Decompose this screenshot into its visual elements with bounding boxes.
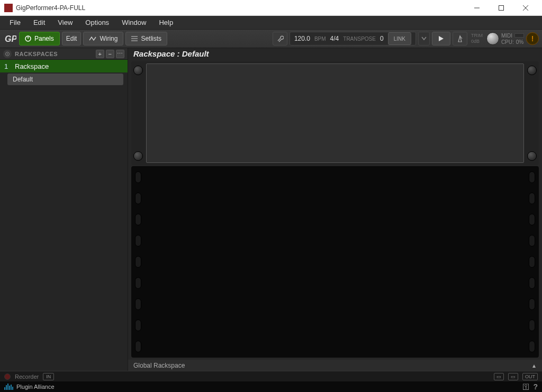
tempo-value[interactable]: 120.0 xyxy=(294,35,310,42)
play-icon xyxy=(438,35,444,42)
plus-icon: + xyxy=(98,51,102,57)
gp-logo-icon[interactable]: GP xyxy=(3,32,17,45)
midi-cpu-panel: MIDI CPU:0% xyxy=(501,33,524,45)
rack-slot-icon xyxy=(529,235,535,247)
app-logo-icon xyxy=(4,4,13,12)
sidebar-settings-button[interactable] xyxy=(3,50,12,58)
menu-edit[interactable]: Edit xyxy=(27,16,51,30)
toolbar: GP Panels Edit Wiring Setlists 120.0 BPM… xyxy=(0,30,542,48)
wiring-icon xyxy=(89,35,96,42)
rack-slot-icon xyxy=(135,298,141,310)
rack-screw-icon xyxy=(133,66,143,75)
chevron-down-icon xyxy=(421,37,427,41)
cpu-value: 0% xyxy=(516,39,523,45)
out-badge[interactable]: OUT xyxy=(522,373,538,380)
wrench-icon xyxy=(276,35,284,42)
menu-view[interactable]: View xyxy=(51,16,79,30)
sidebar: RACKSPACES + − ⋯ 1 Rackspace Default xyxy=(0,48,128,371)
recorder-bar: Recorder IN ▭ ▭ OUT xyxy=(0,371,542,381)
metronome-button[interactable] xyxy=(453,32,467,45)
midi-label: MIDI xyxy=(501,33,512,39)
global-rackspace-bar[interactable]: Global Rackspace ▴ xyxy=(128,360,542,371)
rack-panel-surface[interactable] xyxy=(146,63,524,163)
cpu-label: CPU: xyxy=(501,39,514,45)
rackspace-item[interactable]: 1 Rackspace xyxy=(0,60,128,72)
rack-slot-icon xyxy=(135,320,141,331)
io-badge-2[interactable]: ▭ xyxy=(508,373,518,380)
brand-bar: Plugin Alliance ⚿ ? xyxy=(0,381,542,392)
out-badge-label: OUT xyxy=(525,374,535,379)
rack-panel xyxy=(131,61,539,165)
io-badge-1[interactable]: ▭ xyxy=(494,373,504,380)
menu-options[interactable]: Options xyxy=(79,16,115,30)
setlists-label: Setlists xyxy=(141,35,161,42)
rack-slot-icon xyxy=(135,171,141,183)
svg-rect-1 xyxy=(499,5,504,10)
transpose-value[interactable]: 0 xyxy=(380,35,384,42)
window-maximize-button[interactable] xyxy=(489,0,513,16)
more-icon: ⋯ xyxy=(117,50,123,57)
menu-help[interactable]: Help xyxy=(152,16,179,30)
key-icon[interactable]: ⚿ xyxy=(522,382,530,391)
rackspace-name: Rackspace xyxy=(15,62,49,70)
setlists-icon xyxy=(131,35,138,42)
sidebar-header: RACKSPACES + − ⋯ xyxy=(0,48,128,60)
transpose-label: TRANSPOSE xyxy=(343,36,376,42)
master-trim-knob[interactable] xyxy=(486,32,499,45)
window-close-button[interactable] xyxy=(513,0,538,16)
timesig-value[interactable]: 4/4 xyxy=(330,35,339,42)
gear-icon xyxy=(5,51,10,57)
add-rackspace-button[interactable]: + xyxy=(96,50,104,58)
wiring-label: Wiring xyxy=(100,35,118,42)
trim-readout: TRIM 0dB xyxy=(469,33,484,44)
bpm-label: BPM xyxy=(314,36,326,42)
content-area: Rackspace : Default xyxy=(128,48,542,371)
play-button[interactable] xyxy=(432,32,450,45)
rack-slot-icon xyxy=(529,193,535,204)
tuner-button[interactable] xyxy=(273,32,287,45)
rack-slot-icon xyxy=(529,214,535,225)
brand-name: Plugin Alliance xyxy=(16,384,55,390)
rack-screw-icon xyxy=(133,151,143,161)
panels-icon xyxy=(25,35,31,42)
setlists-button[interactable]: Setlists xyxy=(125,32,167,45)
window-title: GigPerformer4-PA-FULL xyxy=(16,4,465,12)
window-minimize-button[interactable] xyxy=(465,0,489,16)
variation-item[interactable]: Default xyxy=(7,74,123,85)
rack-slot-icon xyxy=(135,341,141,352)
menu-file[interactable]: File xyxy=(3,16,27,30)
rackspace-more-button[interactable]: ⋯ xyxy=(116,50,124,58)
edit-button[interactable]: Edit xyxy=(62,32,82,45)
menu-window[interactable]: Window xyxy=(115,16,152,30)
trim-label: TRIM xyxy=(471,33,483,39)
svg-point-12 xyxy=(7,53,8,54)
metronome-icon xyxy=(456,35,464,42)
wiring-button[interactable]: Wiring xyxy=(83,32,123,45)
panels-label: Panels xyxy=(34,35,54,42)
variation-name: Default xyxy=(13,76,33,83)
panels-button[interactable]: Panels xyxy=(19,32,60,45)
remove-rackspace-button[interactable]: − xyxy=(106,50,114,58)
rack-screw-icon xyxy=(527,66,537,75)
in-badge-label: IN xyxy=(46,374,51,379)
midi-meter xyxy=(514,33,524,38)
minus-icon: − xyxy=(109,51,112,57)
rack-slot-icon xyxy=(529,341,535,352)
rack-slot-icon xyxy=(135,277,141,289)
midi-in-badge[interactable]: IN xyxy=(43,373,54,380)
recorder-label: Recorder xyxy=(15,373,39,380)
tempo-dropdown-button[interactable] xyxy=(418,32,430,45)
help-icon[interactable]: ? xyxy=(533,382,538,391)
window-titlebar: GigPerformer4-PA-FULL xyxy=(0,0,542,16)
link-button[interactable]: LINK xyxy=(388,32,411,45)
rack-slot-icon xyxy=(529,320,535,331)
rack-slot-icon xyxy=(135,214,141,225)
record-button[interactable] xyxy=(4,373,11,380)
rack-slot-icon xyxy=(529,298,535,310)
alert-icon: ! xyxy=(531,34,534,43)
rack-screw-icon xyxy=(527,151,537,161)
edit-label: Edit xyxy=(66,35,77,42)
svg-text:GP: GP xyxy=(5,34,16,43)
menubar: File Edit View Options Window Help xyxy=(0,16,542,30)
panic-button[interactable]: ! xyxy=(526,32,539,45)
